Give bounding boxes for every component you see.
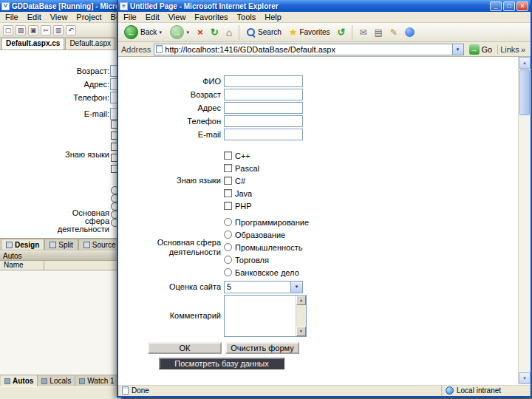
vs-menu-edit[interactable]: Edit [23,12,46,22]
scroll-down-icon[interactable]: ▼ [519,372,531,384]
autos-panel-header[interactable]: Autos [0,250,121,261]
ie-menu-edit[interactable]: Edit [141,12,164,22]
ie-menu-help[interactable]: Help [260,12,286,22]
comment-scrollbar[interactable]: ▲ ▼ [296,296,306,336]
minimize-button[interactable]: _ [490,1,502,11]
autos-tab-icon [4,378,10,384]
ie-menu-file[interactable]: File [119,12,141,22]
trade-radio[interactable] [224,256,232,264]
vs-doc-tab-code[interactable]: Default.aspx.cs [1,38,64,50]
ie-menu-view[interactable]: View [164,12,191,22]
designer-label-age[interactable]: Возраст: [77,66,109,75]
php-checkbox[interactable] [224,202,232,210]
page-icon [156,45,163,53]
search-button[interactable]: Search [243,26,284,38]
autos-panel-body[interactable] [0,270,121,375]
print-button[interactable]: ▤ [372,26,386,39]
zone-text: Local intranet [457,386,501,395]
home-icon: ⌂ [226,27,232,38]
csharp-checkbox[interactable] [224,177,232,185]
scrollbar-thumb[interactable] [519,69,530,115]
go-button[interactable]: → Go [467,44,495,55]
ie-menu-favorites[interactable]: Favorites [190,12,232,22]
activity-option: Промышленность [224,241,309,253]
java-checkbox[interactable] [224,189,232,197]
tab-watch1-label: Watch 1 [87,377,114,385]
watch-tab-icon [79,378,85,384]
open-file-icon[interactable]: ▨ [16,25,26,35]
designer-label-phone[interactable]: Телефон: [73,93,109,102]
address-dropdown-icon[interactable]: ▼ [452,44,463,55]
ie-toolbar: ← Back ▼ → ▼ × ↻ ⌂ Search ★ [118,23,531,42]
vs-menu-view[interactable]: View [46,12,72,22]
ie-titlebar[interactable]: e Untitled Page - Microsoft Internet Exp… [118,0,531,12]
programming-radio[interactable] [224,218,232,226]
view-database-button[interactable]: Посмотреть базу данных [159,358,284,369]
ie-menubar: File Edit View Favorites Tools Help [118,12,531,23]
tab-locals-label: Locals [50,377,71,385]
address-input[interactable] [165,44,449,55]
tab-locals[interactable]: Locals [38,375,75,386]
vs-toolbar: ▢ ▨ ▣ ✂ ▥ ↶ [0,23,121,38]
copy-icon[interactable]: ▥ [53,25,64,35]
browser-viewport: ФИО Возраст Адрес Телефон E-mail [118,57,531,384]
pascal-checkbox[interactable] [224,164,232,172]
rating-select[interactable]: 5 ▼ [224,281,303,293]
education-radio[interactable] [224,231,232,239]
email-field[interactable] [224,129,303,140]
save-icon[interactable]: ▣ [28,25,38,35]
new-file-icon[interactable]: ▢ [3,25,13,35]
stop-button[interactable]: × [194,25,206,39]
vs-tab-split[interactable]: Split [44,239,78,250]
industry-radio[interactable] [224,243,232,251]
tab-autos[interactable]: Autos [1,375,38,386]
phone-field[interactable] [224,115,303,127]
vs-titlebar[interactable]: V GDDataBase [Running] - Microsoft Visua… [0,0,121,12]
autos-name-column[interactable]: Name [0,261,44,270]
refresh-button[interactable]: ↻ [208,25,222,39]
undo-icon[interactable]: ↶ [66,25,76,35]
vs-menu-file[interactable]: File [1,12,23,22]
history-button[interactable]: ↺ [335,25,349,39]
messenger-button[interactable] [402,26,417,38]
web-form: ФИО Возраст Адрес Телефон E-mail [118,57,518,384]
scroll-up-icon[interactable]: ▲ [519,57,531,69]
links-bar[interactable]: Links » [497,45,528,54]
scrollbar-track[interactable] [519,116,531,372]
designer-label-email[interactable]: E-mail: [84,109,109,118]
forward-button[interactable]: → ▼ [167,24,193,41]
vs-tab-design[interactable]: Design [1,239,44,250]
designer-label-activity[interactable]: Основная сфера деятельности [50,209,109,233]
close-button[interactable]: × [516,1,528,11]
maximize-button[interactable]: □ [503,1,515,11]
vertical-scrollbar[interactable]: ▲ ▼ [518,57,531,384]
comment-textarea[interactable] [225,296,296,336]
designer-label-address[interactable]: Адрес: [83,80,109,89]
mail-button[interactable]: ✉ [356,26,369,39]
banking-radio[interactable] [224,268,232,276]
links-chevron-icon: » [521,45,525,54]
designer-label-languages[interactable]: Знаю языки [65,150,109,159]
vs-tab-source[interactable]: Source [78,239,121,250]
split-view-icon [50,242,56,248]
cut-icon[interactable]: ✂ [41,25,51,35]
vs-menubar: File Edit View Project Build Debug [0,12,121,23]
ok-button[interactable]: ОК [148,342,222,354]
back-button[interactable]: ← Back ▼ [121,24,166,41]
scroll-down-icon[interactable]: ▼ [296,327,306,336]
ie-menu-tools[interactable]: Tools [233,12,261,22]
ie-caption-buttons: _ □ × [490,1,529,11]
clear-form-button[interactable]: Очистить форму [225,342,299,354]
age-field[interactable] [224,89,303,100]
edit-button[interactable]: ✎ [387,26,400,39]
tab-watch1[interactable]: Watch 1 [75,375,118,386]
scroll-up-icon[interactable]: ▲ [296,296,306,305]
address-field[interactable] [224,102,303,114]
vs-doc-tab-markup[interactable]: Default.aspx [65,38,115,50]
cpp-checkbox[interactable] [224,151,232,160]
home-button[interactable]: ⌂ [223,25,235,40]
favorites-button[interactable]: ★ Favorites [286,25,333,39]
vs-design-surface[interactable]: Возраст: Адрес: Телефон: E-mail: Знаю яз… [0,50,121,239]
vs-menu-project[interactable]: Project [72,12,106,22]
fio-field[interactable] [224,75,303,87]
